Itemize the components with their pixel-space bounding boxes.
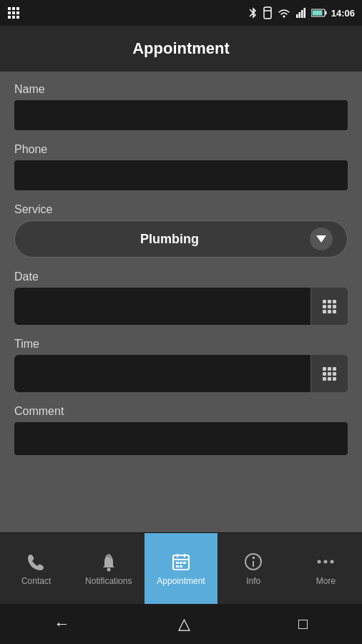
comment-input[interactable] [14,422,348,455]
date-input[interactable] [14,288,310,325]
svg-rect-26 [176,562,179,564]
svg-rect-14 [301,10,303,18]
svg-point-11 [283,16,285,18]
svg-rect-7 [12,16,15,19]
name-field-group: Name [14,83,348,130]
time-input[interactable] [14,355,310,392]
status-bar: 14:06 [0,0,362,26]
calendar-icon [323,300,336,313]
page-title: Appointment [132,39,230,58]
nav-item-contact[interactable]: Contact [0,533,72,604]
status-bar-right: 14:06 [248,6,355,19]
comment-label: Comment [14,405,348,418]
svg-rect-17 [325,11,326,15]
more-icon [315,552,336,572]
wifi-icon [277,6,291,19]
date-field-group: Date [14,270,348,325]
app-header: Appointment [0,26,362,72]
service-dropdown[interactable]: Plumbing [14,220,348,258]
sim-icon [263,6,273,19]
status-bar-left [7,6,20,19]
svg-marker-19 [316,235,326,243]
svg-rect-12 [296,14,298,18]
service-label: Service [14,203,348,216]
svg-rect-5 [16,11,19,14]
svg-rect-8 [16,16,19,19]
svg-rect-13 [298,12,300,18]
svg-rect-2 [16,7,19,10]
time-calendar-icon [323,367,336,381]
main-content: Name Phone Service Plumbing Date [0,72,362,532]
phone-icon [26,552,47,572]
home-button[interactable]: △ [164,609,205,639]
phone-input[interactable] [14,160,348,190]
svg-rect-1 [12,7,15,10]
system-nav-bar: ← △ □ [0,604,362,644]
menu-icon [7,6,20,19]
svg-rect-32 [253,557,255,559]
nav-item-more[interactable]: More [290,533,362,604]
comment-field-group: Comment [14,405,348,455]
service-field-group: Service Plumbing [14,203,348,258]
service-value: Plumbing [29,232,310,247]
date-label: Date [14,270,348,283]
nav-contact-label: Contact [21,576,51,586]
bottom-nav: Contact Notifications Appointment [0,532,362,604]
dropdown-arrow-icon [310,228,333,250]
svg-rect-27 [180,562,182,564]
svg-point-36 [331,560,334,563]
nav-notifications-label: Notifications [85,576,132,586]
svg-rect-18 [312,11,322,16]
nav-item-notifications[interactable]: Notifications [72,533,145,604]
bluetooth-icon [248,6,258,19]
info-icon [243,552,263,572]
nav-info-label: Info [246,576,260,586]
svg-rect-30 [180,565,182,567]
time-label: Time [14,338,348,351]
svg-point-20 [107,567,110,571]
status-time: 14:06 [331,8,355,19]
nav-appointment-label: Appointment [157,576,205,586]
recents-button[interactable]: □ [284,609,322,639]
name-input[interactable] [14,100,348,130]
svg-point-35 [324,560,328,563]
notifications-icon [99,552,119,572]
svg-rect-0 [8,7,11,10]
svg-rect-15 [303,8,305,18]
signal-icon [295,7,307,19]
time-calendar-button[interactable] [310,355,348,392]
time-field-group: Time [14,338,348,392]
date-calendar-button[interactable] [310,288,348,325]
nav-more-label: More [316,576,336,586]
time-input-wrapper [14,355,348,392]
battery-icon [311,8,327,18]
name-label: Name [14,83,348,96]
svg-rect-29 [176,565,179,567]
date-input-wrapper [14,288,348,325]
nav-item-info[interactable]: Info [217,533,290,604]
svg-rect-28 [183,562,186,564]
svg-rect-4 [12,11,15,14]
back-button[interactable]: ← [40,609,84,639]
svg-rect-6 [8,16,11,19]
phone-label: Phone [14,143,348,156]
svg-rect-3 [8,11,11,14]
phone-field-group: Phone [14,143,348,190]
svg-point-34 [318,560,321,563]
svg-rect-9 [264,7,271,19]
nav-item-appointment[interactable]: Appointment [145,533,217,604]
appointment-icon [171,552,191,572]
